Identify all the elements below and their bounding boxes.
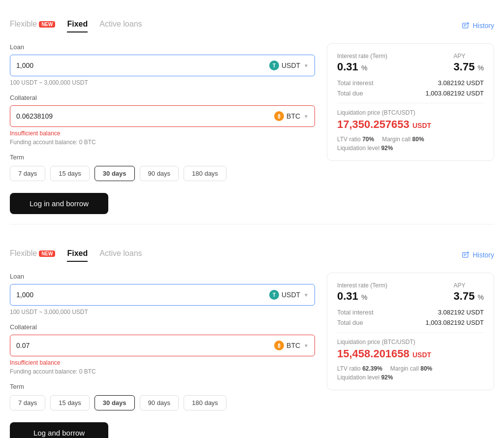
- term-label-1: Term: [10, 154, 315, 161]
- interest-rate-unit-1: %: [361, 64, 367, 72]
- total-interest-line-2: Total interest 3.082192 USDT: [337, 309, 484, 316]
- collateral-currency-1[interactable]: ₿ BTC ▼: [274, 111, 309, 121]
- collateral-error-1: Insufficient balance: [10, 130, 315, 137]
- apy-value-2: 3.75 %: [454, 290, 484, 303]
- history-label-1: History: [472, 22, 494, 30]
- two-col-2: Loan T USDT ▼ 100 USDT ~ 3,000,000 USDT …: [10, 273, 494, 438]
- tab-flexible[interactable]: FlexibleNEW: [10, 20, 55, 31]
- term-btn-15-days[interactable]: 15 days: [50, 395, 90, 410]
- ltv-ratio-2: LTV ratio 62.39%: [337, 365, 382, 372]
- tab-nav-2: FlexibleNEW Fixed Active loans History: [10, 249, 494, 261]
- total-interest-value-1: 3.082192 USDT: [438, 79, 484, 87]
- tab-active-loans[interactable]: Active loans: [99, 20, 142, 31]
- collateral-balance-1: Funding account balance: 0 BTC: [10, 139, 315, 146]
- liquidation-level-1: Liquidation level 92%: [337, 145, 484, 152]
- term-btn-90-days[interactable]: 90 days: [140, 166, 179, 181]
- tab-flexible[interactable]: FlexibleNEW: [10, 249, 55, 261]
- history-icon-2: [462, 251, 470, 259]
- term-btn-7-days[interactable]: 7 days: [10, 166, 45, 181]
- term-btn-30-days[interactable]: 30 days: [94, 166, 135, 181]
- loan-currency-2[interactable]: T USDT ▼: [269, 290, 309, 300]
- ltv-row-2: LTV ratio 62.39% Margin call 80%: [337, 365, 484, 372]
- liquidation-unit-1: USDT: [412, 122, 431, 129]
- total-due-value-2: 1,003.082192 USDT: [425, 319, 484, 326]
- loan-label-2: Loan: [10, 273, 315, 280]
- svg-rect-0: [463, 23, 468, 28]
- interest-rate-value-1: 0.31 %: [337, 61, 387, 73]
- collateral-label-2: Collateral: [10, 323, 315, 331]
- interest-rate-col-1: Interest rate (Term) 0.31 %: [337, 53, 387, 73]
- liquidation-label-1: Liquidation price (BTC/USDT): [337, 109, 484, 116]
- right-col-2: Interest rate (Term) 0.31 % APY 3.75 %: [327, 273, 494, 390]
- apy-unit-2: %: [478, 293, 484, 301]
- collateral-currency-label-2: BTC: [286, 342, 300, 349]
- term-section-2: Term 7 days 15 days 30 days 90 days 180 …: [10, 383, 315, 410]
- margin-call-value-2: 80%: [420, 365, 432, 372]
- loan-currency-1[interactable]: T USDT ▼: [269, 61, 309, 70]
- total-due-line-1: Total due 1,003.082192 USDT: [337, 90, 484, 97]
- ltv-value-2: 62.39%: [362, 365, 382, 372]
- apy-label-2: APY: [454, 282, 484, 289]
- borrow-button-1[interactable]: Log in and borrow: [10, 193, 108, 214]
- apy-col-1: APY 3.75 %: [454, 53, 484, 73]
- history-link-1[interactable]: History: [462, 22, 494, 30]
- term-btn-90-days[interactable]: 90 days: [140, 395, 179, 410]
- collateral-input-2[interactable]: [16, 342, 274, 349]
- tab-fixed[interactable]: Fixed: [67, 249, 88, 261]
- apy-col-2: APY 3.75 %: [454, 282, 484, 303]
- usdt-icon-2: T: [269, 290, 279, 300]
- usdt-icon-1: T: [269, 61, 279, 70]
- loan-currency-label-1: USDT: [282, 62, 300, 69]
- term-btn-7-days[interactable]: 7 days: [10, 395, 45, 410]
- interest-rate-label-1: Interest rate (Term): [337, 53, 387, 60]
- loan-input-wrapper-2: T USDT ▼: [10, 284, 315, 306]
- liquidation-price-1: 17,350.257653 USDT: [337, 118, 484, 131]
- term-btn-180-days[interactable]: 180 days: [184, 166, 226, 181]
- tab-fixed[interactable]: Fixed: [67, 20, 88, 31]
- loan-input-1[interactable]: [16, 62, 269, 69]
- tab-nav-1: FlexibleNEW Fixed Active loans History: [10, 20, 494, 31]
- history-label-2: History: [472, 251, 494, 259]
- ltv-ratio-1: LTV ratio 70%: [337, 136, 374, 143]
- tab-active-loans[interactable]: Active loans: [99, 249, 142, 261]
- collateral-currency-2[interactable]: ₿ BTC ▼: [274, 341, 309, 350]
- ltv-row-1: LTV ratio 70% Margin call 80%: [337, 136, 484, 143]
- total-due-label-2: Total due: [337, 319, 363, 326]
- loan-currency-label-2: USDT: [282, 291, 300, 299]
- collateral-balance-2: Funding account balance: 0 BTC: [10, 368, 315, 375]
- collateral-input-wrapper-2: ₿ BTC ▼: [10, 335, 315, 356]
- total-interest-line-1: Total interest 3.082192 USDT: [337, 79, 484, 87]
- lending-section-2: FlexibleNEW Fixed Active loans History L…: [10, 239, 494, 438]
- loan-input-2[interactable]: [16, 291, 269, 299]
- liquidation-level-value-2: 92%: [381, 374, 393, 381]
- collateral-input-1[interactable]: [16, 112, 274, 120]
- loan-currency-chevron-2: ▼: [304, 292, 309, 298]
- history-icon-1: [462, 22, 470, 30]
- apy-value-1: 3.75 %: [454, 61, 484, 73]
- new-badge: NEW: [39, 250, 55, 257]
- btc-icon-1: ₿: [274, 111, 284, 121]
- card-divider-2: [337, 332, 484, 333]
- left-col-2: Loan T USDT ▼ 100 USDT ~ 3,000,000 USDT …: [10, 273, 315, 438]
- borrow-button-2[interactable]: Log and borrow: [10, 422, 108, 438]
- history-link-2[interactable]: History: [462, 251, 494, 259]
- liquidation-label-2: Liquidation price (BTC/USDT): [337, 339, 484, 345]
- term-btn-15-days[interactable]: 15 days: [50, 166, 90, 181]
- liquidation-unit-2: USDT: [412, 351, 431, 359]
- liquidation-level-value-1: 92%: [381, 145, 393, 152]
- ltv-value-1: 70%: [362, 136, 374, 143]
- term-buttons-2: 7 days 15 days 30 days 90 days 180 days: [10, 395, 315, 410]
- collateral-currency-chevron-1: ▼: [304, 114, 309, 119]
- info-card-1: Interest rate (Term) 0.31 % APY 3.75 %: [327, 43, 494, 161]
- total-due-label-1: Total due: [337, 90, 363, 97]
- loan-currency-chevron-1: ▼: [304, 63, 309, 68]
- new-badge: NEW: [39, 21, 55, 28]
- total-interest-label-1: Total interest: [337, 79, 374, 87]
- apy-label-1: APY: [454, 53, 484, 60]
- svg-rect-3: [463, 252, 468, 257]
- two-col-1: Loan T USDT ▼ 100 USDT ~ 3,000,000 USDT …: [10, 43, 494, 214]
- collateral-currency-chevron-2: ▼: [304, 343, 309, 348]
- term-btn-30-days[interactable]: 30 days: [94, 395, 135, 410]
- term-btn-180-days[interactable]: 180 days: [184, 395, 226, 410]
- liquidation-level-2: Liquidation level 92%: [337, 374, 484, 381]
